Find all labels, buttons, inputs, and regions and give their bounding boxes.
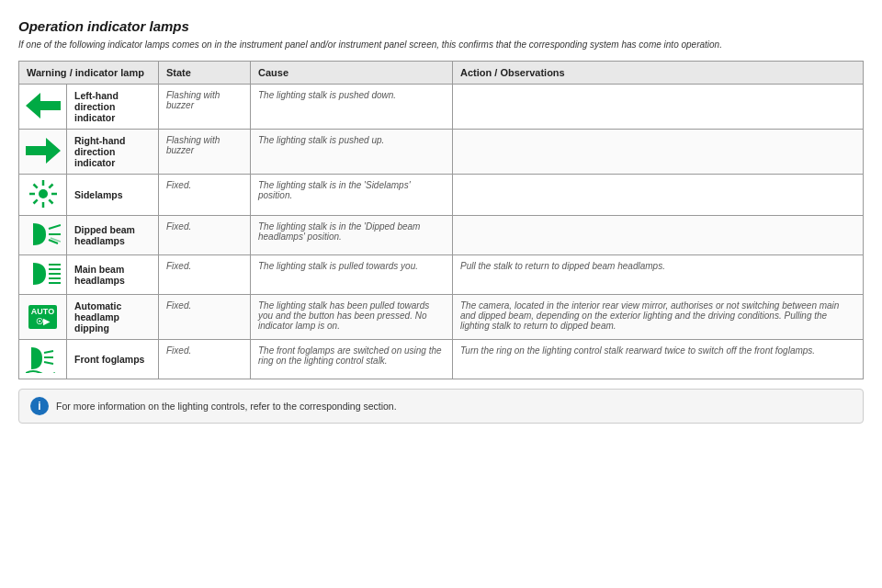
col-header-warning: Warning / indicator lamp xyxy=(19,62,159,85)
svg-line-8 xyxy=(49,199,52,203)
table-row: Main beam headlampsFixed.The lighting st… xyxy=(19,255,864,295)
icon-cell xyxy=(19,340,67,379)
table-row: Left-hand direction indicatorFlashing wi… xyxy=(19,85,864,130)
svg-line-9 xyxy=(49,185,52,188)
state-cell: Fixed. xyxy=(159,255,251,295)
warning-label: Left-hand direction indicator xyxy=(67,85,159,130)
action-cell: Pull the stalk to return to dipped beam … xyxy=(453,255,864,295)
cause-cell: The lighting stalk is pushed down. xyxy=(251,85,453,130)
action-cell: The camera, located in the interior rear… xyxy=(453,295,864,340)
warning-label: Right-hand direction indicator xyxy=(67,130,159,175)
cause-cell: The lighting stalk is pushed up. xyxy=(251,130,453,175)
page-subtitle: If one of the following indicator lamps … xyxy=(18,40,864,50)
indicator-table: Warning / indicator lamp State Cause Act… xyxy=(18,61,864,379)
cause-cell: The lighting stalk is in the 'Dipped bea… xyxy=(251,216,453,255)
col-header-cause: Cause xyxy=(251,62,453,85)
warning-label: Front foglamps xyxy=(67,340,159,379)
icon-cell xyxy=(19,85,67,130)
cause-cell: The lighting stalk has been pulled towar… xyxy=(251,295,453,340)
info-icon: i xyxy=(30,397,49,415)
icon-cell: AUTO☉▶ xyxy=(19,295,67,340)
cause-cell: The lighting stalk is in the 'Sidelamps'… xyxy=(251,175,453,216)
col-header-action: Action / Observations xyxy=(453,62,864,85)
fog-lamp-icon xyxy=(26,344,61,373)
page-title: Operation indicator lamps xyxy=(18,18,864,34)
table-row: Right-hand direction indicatorFlashing w… xyxy=(19,130,864,175)
table-row: Front foglampsFixed.The front foglamps a… xyxy=(19,340,864,379)
svg-line-22 xyxy=(44,362,53,364)
cause-cell: The lighting stalk is pulled towards you… xyxy=(251,255,453,295)
svg-point-2 xyxy=(39,189,48,198)
action-cell xyxy=(453,85,864,130)
info-note: i For more information on the lighting c… xyxy=(18,389,864,424)
svg-line-7 xyxy=(33,185,37,188)
icon-cell xyxy=(19,175,67,216)
state-cell: Fixed. xyxy=(159,340,251,379)
action-cell xyxy=(453,175,864,216)
action-cell xyxy=(453,130,864,175)
state-cell: Fixed. xyxy=(159,295,251,340)
state-cell: Flashing with buzzer xyxy=(159,85,251,130)
table-row: Dipped beam headlampsFixed.The lighting … xyxy=(19,216,864,255)
svg-marker-0 xyxy=(26,93,61,119)
cause-cell: The front foglamps are switched on using… xyxy=(251,340,453,379)
icon-cell xyxy=(19,216,67,255)
table-row: SidelampsFixed.The lighting stalk is in … xyxy=(19,175,864,216)
svg-marker-1 xyxy=(26,138,61,164)
svg-line-20 xyxy=(44,351,53,353)
state-cell: Flashing with buzzer xyxy=(159,130,251,175)
state-cell: Fixed. xyxy=(159,175,251,216)
dipped-beam-icon xyxy=(26,220,61,249)
col-header-state: State xyxy=(159,62,251,85)
warning-label: Main beam headlamps xyxy=(67,255,159,295)
warning-label: Dipped beam headlamps xyxy=(67,216,159,255)
icon-cell xyxy=(19,255,67,295)
note-text: For more information on the lighting con… xyxy=(56,401,397,412)
arrow-left-icon xyxy=(26,93,61,119)
main-beam-icon xyxy=(26,259,61,288)
action-cell: Turn the ring on the lighting control st… xyxy=(453,340,864,379)
state-cell: Fixed. xyxy=(159,216,251,255)
arrow-right-icon xyxy=(26,138,61,164)
svg-line-11 xyxy=(49,225,61,229)
action-cell xyxy=(453,216,864,255)
icon-cell xyxy=(19,130,67,175)
warning-label: Sidelamps xyxy=(67,175,159,216)
table-row: AUTO☉▶Automatic headlamp dippingFixed.Th… xyxy=(19,295,864,340)
warning-label: Automatic headlamp dipping xyxy=(67,295,159,340)
auto-icon: AUTO☉▶ xyxy=(28,305,57,329)
sidelamp-icon xyxy=(28,178,59,209)
svg-line-10 xyxy=(33,199,37,203)
